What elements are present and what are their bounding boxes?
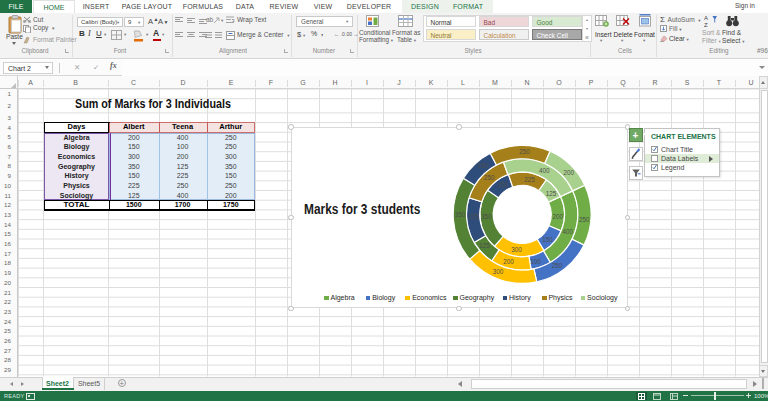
svg-text:350: 350 (481, 213, 492, 220)
svg-text:200: 200 (503, 258, 514, 265)
svg-text:125: 125 (479, 242, 490, 249)
svg-text:125: 125 (546, 190, 557, 197)
svg-text:150: 150 (542, 236, 553, 243)
svg-text:300: 300 (493, 268, 504, 275)
svg-text:150: 150 (478, 162, 489, 169)
svg-text:250: 250 (519, 148, 530, 155)
svg-text:200: 200 (553, 213, 564, 220)
svg-text:250: 250 (552, 262, 563, 269)
svg-text:150: 150 (498, 181, 509, 188)
svg-text:350: 350 (455, 211, 466, 218)
svg-text:400: 400 (539, 167, 550, 174)
svg-text:250: 250 (484, 174, 495, 181)
svg-text:225: 225 (524, 176, 535, 183)
svg-text:250: 250 (579, 216, 590, 223)
svg-text:225: 225 (468, 213, 479, 220)
svg-text:200: 200 (564, 169, 575, 176)
svg-text:100: 100 (530, 258, 541, 265)
svg-text:400: 400 (563, 228, 574, 235)
svg-text:300: 300 (511, 246, 522, 253)
